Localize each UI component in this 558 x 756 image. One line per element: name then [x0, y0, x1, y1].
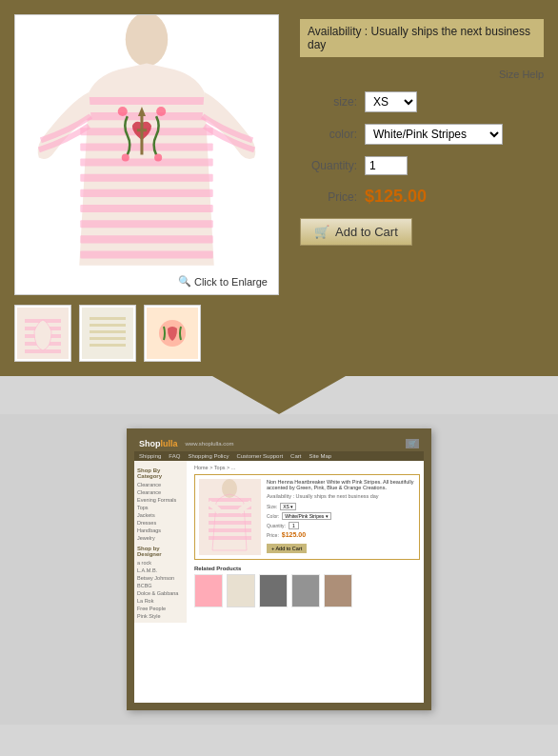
- svg-rect-39: [209, 536, 251, 540]
- quantity-label: Quantity:: [300, 159, 357, 172]
- quantity-row: Quantity:: [300, 156, 544, 175]
- ss-cat-jackets: Jackets: [137, 511, 184, 519]
- product-image: [15, 15, 278, 294]
- ss-des-1: a rock: [137, 559, 184, 567]
- ss-product-image: [199, 479, 261, 555]
- ss-des-4: BCBG: [137, 582, 184, 589]
- ss-cart-icon: 🛒: [406, 439, 419, 448]
- svg-rect-7: [80, 189, 212, 197]
- ss-cat-clearance: Clearance: [137, 481, 184, 488]
- availability-text: Availability : Usually ships the next bu…: [308, 25, 530, 51]
- svg-rect-2: [80, 112, 212, 120]
- ss-nav-shopping-policy: Shopping Policy: [188, 453, 229, 459]
- bottom-section: Shoplulla www.shoplulla.com 🛒 Shipping F…: [0, 414, 558, 725]
- svg-point-18: [154, 153, 162, 161]
- ss-nav-cart: Cart: [290, 453, 301, 459]
- ss-sidebar-designer-title: Shop by Designer: [137, 546, 184, 557]
- ss-qty-row-small: Quantity: 1: [267, 522, 415, 529]
- size-row: size: XS S M L XL: [300, 91, 544, 112]
- ss-cat-jewelry: Jewelry: [137, 534, 184, 542]
- quantity-input[interactable]: [365, 156, 408, 175]
- click-enlarge[interactable]: 🔍 Click to Enlarge: [172, 273, 273, 289]
- ss-related-5: [324, 574, 352, 607]
- ss-nav: Shipping FAQ Shopping Policy Customer Su…: [134, 451, 424, 461]
- ss-color-row-small: Color: White/Pink Stripes ▾: [267, 512, 415, 520]
- svg-rect-30: [90, 344, 126, 347]
- ss-des-7: Free People: [137, 605, 184, 612]
- color-row: color: White/Pink Stripes Green Pink Blu…: [300, 124, 544, 145]
- thumbnail-3[interactable]: [144, 305, 201, 362]
- ss-logo-text: Shop: [139, 439, 161, 448]
- ss-cat-clearance2: Clearance: [137, 488, 184, 496]
- ss-sidebar-category-title: Shop By Category: [137, 468, 184, 479]
- color-select[interactable]: White/Pink Stripes Green Pink Blue & Ora…: [365, 124, 503, 145]
- thumbnail-2[interactable]: [79, 305, 136, 362]
- ss-des-8: Pink Style: [137, 612, 184, 620]
- add-to-cart-row: 🛒 Add to Cart: [300, 218, 544, 246]
- ss-add-to-cart-button[interactable]: + Add to Cart: [267, 544, 307, 553]
- magnify-icon: 🔍: [178, 275, 191, 288]
- ss-breadcrumb: Home > Tops > ...: [194, 465, 420, 470]
- thumbnails: [14, 305, 281, 362]
- ss-price-row-small: Price: $125.00: [267, 531, 415, 538]
- ss-subtitle: www.shoplulla.com: [186, 441, 234, 447]
- svg-point-15: [118, 107, 128, 116]
- ss-size-row: Size: XS ▾: [267, 503, 415, 510]
- ss-product-area: Non Henna Heartbreaker White with Pink S…: [194, 474, 420, 560]
- svg-rect-10: [80, 235, 212, 243]
- ss-content: Shop By Category Clearance Clearance Eve…: [134, 461, 424, 623]
- ss-cat-dresses: Dresses: [137, 519, 184, 527]
- ss-related-3: [259, 574, 288, 607]
- svg-rect-5: [80, 159, 212, 167]
- size-help-row: Size Help: [300, 69, 544, 80]
- ss-nav-shipping: Shipping: [139, 453, 161, 459]
- add-to-cart-button[interactable]: 🛒 Add to Cart: [300, 218, 412, 246]
- down-arrow-shape: [212, 376, 346, 414]
- svg-rect-11: [80, 251, 212, 259]
- svg-rect-9: [80, 220, 212, 228]
- arrow-divider: [0, 376, 558, 414]
- svg-point-40: [222, 479, 237, 498]
- price-label: Price:: [300, 190, 357, 204]
- ss-related-4: [291, 574, 320, 607]
- svg-rect-28: [90, 330, 126, 333]
- ss-logo: Shoplulla: [139, 439, 178, 448]
- ss-related-title: Related Products: [194, 566, 420, 571]
- ss-des-6: La Rok: [137, 597, 184, 605]
- ss-sidebar: Shop By Category Clearance Clearance Eve…: [134, 461, 187, 623]
- svg-rect-34: [209, 498, 251, 502]
- ss-des-3: Betsey Johnson: [137, 574, 184, 582]
- price-value: $125.00: [365, 187, 427, 207]
- size-label: size:: [300, 95, 357, 109]
- ss-des-5: Dolce & Gabbana: [137, 589, 184, 597]
- svg-rect-1: [81, 97, 211, 105]
- svg-point-0: [126, 15, 168, 67]
- right-panel: Availability : Usually ships the next bu…: [300, 14, 544, 362]
- ss-availability-small: Availability : Usually ships the next bu…: [267, 493, 415, 499]
- size-select[interactable]: XS S M L XL: [365, 91, 417, 112]
- svg-point-16: [156, 107, 166, 116]
- ss-related-products: [194, 574, 420, 607]
- svg-rect-38: [209, 528, 251, 532]
- ss-related-label: Related Products: [194, 566, 241, 571]
- add-to-cart-label: Add to Cart: [335, 225, 398, 239]
- ss-des-2: L.A.M.B.: [137, 567, 184, 574]
- ss-cat-tops: Tops: [137, 504, 184, 511]
- color-label: color:: [300, 128, 357, 141]
- ss-product-details: Non Henna Heartbreaker White with Pink S…: [267, 479, 415, 555]
- size-help-label: Size Help: [499, 69, 544, 80]
- cart-icon: 🛒: [314, 225, 329, 239]
- svg-rect-27: [90, 324, 126, 327]
- svg-rect-14: [137, 129, 147, 131]
- ss-breadcrumb-text: Home > Tops > ...: [194, 465, 235, 470]
- thumbnail-1[interactable]: [14, 305, 71, 362]
- ss-related-1: [194, 574, 223, 607]
- ss-logo-accent: lulla: [161, 439, 178, 448]
- screenshot-container: Shoplulla www.shoplulla.com 🛒 Shipping F…: [127, 428, 431, 710]
- svg-rect-4: [80, 143, 212, 150]
- svg-rect-29: [90, 337, 126, 340]
- ss-header: Shoplulla www.shoplulla.com 🛒: [134, 436, 424, 451]
- ss-cat-evening: Evening Formals: [137, 496, 184, 504]
- availability: Availability : Usually ships the next bu…: [300, 19, 544, 57]
- left-panel: 🔍 Click to Enlarge: [14, 14, 281, 362]
